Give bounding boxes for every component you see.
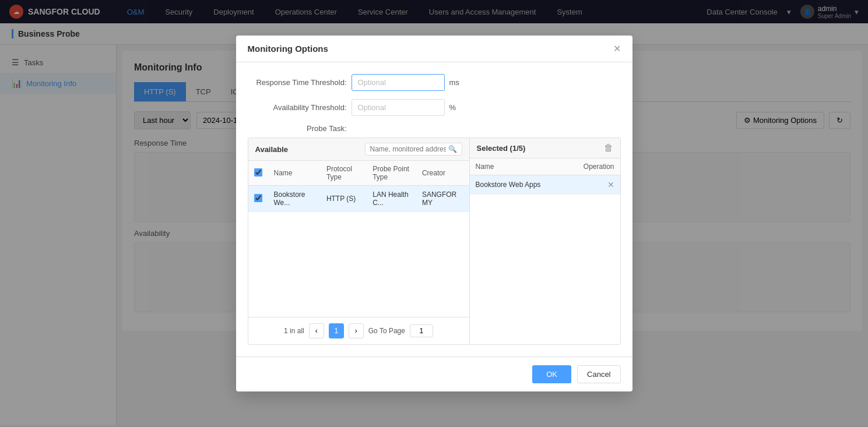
row-protocol: HTTP (S) — [321, 186, 367, 212]
selected-row-operation: ✕ — [567, 175, 620, 195]
table-row: Bookstore We... HTTP (S) LAN Health C...… — [248, 186, 469, 212]
row-name: Bookstore We... — [268, 186, 321, 212]
row-creator: SANGFOR MY — [416, 186, 469, 212]
availability-unit: % — [449, 103, 456, 112]
delete-all-button[interactable]: 🗑 — [604, 143, 613, 153]
available-table: Name Protocol Type Probe Point Type Crea… — [248, 161, 469, 212]
response-time-field-label: Response Time Threshold: — [248, 78, 347, 87]
modal-title: Monitoring Options — [248, 44, 328, 54]
available-panel-header: Available 🔍 — [248, 138, 469, 161]
probe-task-panels: Available 🔍 Name — [248, 137, 621, 345]
prev-page-button[interactable]: ‹ — [309, 323, 324, 338]
modal-overlay: Monitoring Options ✕ Response Time Thres… — [0, 0, 868, 425]
goto-input[interactable] — [410, 324, 433, 337]
select-all-checkbox[interactable] — [254, 168, 262, 177]
search-input[interactable] — [370, 145, 446, 153]
selected-row: Bookstore Web Apps ✕ — [470, 175, 620, 195]
cancel-button[interactable]: Cancel — [577, 365, 620, 383]
row-checkbox[interactable] — [254, 194, 262, 202]
response-time-input[interactable] — [352, 74, 445, 91]
next-page-button[interactable]: › — [349, 323, 364, 338]
selected-col-name: Name — [470, 158, 567, 175]
selected-col-operation: Operation — [567, 158, 620, 175]
available-title: Available — [255, 145, 289, 154]
search-icon: 🔍 — [448, 145, 457, 153]
selected-panel: Selected (1/5) 🗑 Name Operation — [470, 138, 620, 344]
col-name: Name — [268, 161, 321, 186]
col-checkbox — [248, 161, 268, 186]
row-probe-point: LAN Health C... — [367, 186, 416, 212]
pagination: 1 in all ‹ 1 › Go To Page — [248, 317, 469, 344]
goto-label: Go To Page — [368, 327, 405, 335]
col-protocol: Protocol Type — [321, 161, 367, 186]
probe-task-field-label: Probe Task: — [248, 124, 347, 133]
response-time-row: Response Time Threshold: ms — [248, 74, 621, 91]
availability-row: Availability Threshold: % — [248, 99, 621, 116]
page-1-button[interactable]: 1 — [329, 323, 344, 338]
availability-field-label: Availability Threshold: — [248, 103, 347, 112]
availability-input[interactable] — [352, 99, 445, 116]
modal-close-button[interactable]: ✕ — [613, 44, 621, 54]
modal-body: Response Time Threshold: ms Availability… — [236, 62, 632, 357]
selected-table: Name Operation Bookstore Web Apps ✕ — [470, 158, 620, 195]
ok-button[interactable]: OK — [532, 365, 571, 383]
selected-row-name: Bookstore Web Apps — [470, 175, 567, 195]
selected-panel-header: Selected (1/5) 🗑 — [470, 138, 620, 158]
available-search[interactable]: 🔍 — [365, 143, 462, 156]
available-table-empty — [248, 212, 469, 317]
monitoring-options-modal: Monitoring Options ✕ Response Time Thres… — [236, 36, 632, 391]
probe-task-row: Probe Task: — [248, 124, 621, 133]
response-time-unit: ms — [449, 78, 459, 87]
row-checkbox-cell — [248, 186, 268, 212]
modal-header: Monitoring Options ✕ — [236, 36, 632, 62]
available-panel: Available 🔍 Name — [248, 138, 470, 344]
selected-table-empty — [470, 195, 620, 323]
col-probe-point: Probe Point Type — [367, 161, 416, 186]
total-count: 1 in all — [284, 327, 304, 335]
remove-row-button[interactable]: ✕ — [607, 180, 614, 189]
selected-title: Selected (1/5) — [477, 144, 526, 153]
col-creator: Creator — [416, 161, 469, 186]
modal-footer: OK Cancel — [236, 357, 632, 391]
